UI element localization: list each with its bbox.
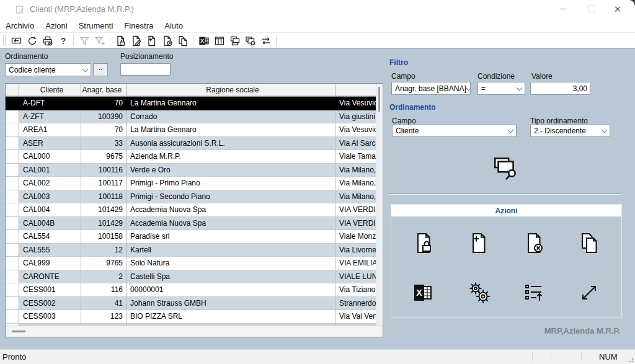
- doc-new-icon[interactable]: [144, 34, 159, 48]
- table-row[interactable]: A-DFT70La Martina GennaroVia Vesuvio: [6, 97, 376, 110]
- doc-copy-icon[interactable]: [175, 34, 190, 48]
- doc-edit-icon[interactable]: [128, 34, 144, 48]
- table-cell: La Martina Gennaro: [127, 97, 335, 110]
- table-cell: 100116: [81, 164, 127, 177]
- table-row[interactable]: CESS00241Johann Strauss GMBHStrannerdo: [6, 297, 376, 311]
- excel-export-icon[interactable]: X: [396, 268, 451, 317]
- app-window: Clienti (MRP,Azienda M.R.P.) ✕ Archivio …: [0, 0, 635, 364]
- table-cell: 00000001: [127, 283, 335, 297]
- table-cell: BIO PIZZA SRL: [127, 310, 335, 324]
- exit-icon[interactable]: [9, 34, 24, 48]
- doc-delete-icon[interactable]: [507, 218, 562, 268]
- expand-icon[interactable]: [561, 268, 616, 317]
- minimize-icon[interactable]: [551, 0, 575, 18]
- table-row[interactable]: AREA170La Martina GennaroVia Vesuvio: [6, 123, 376, 137]
- find-window-icon[interactable]: [242, 34, 258, 48]
- doc-delete-icon[interactable]: [159, 34, 175, 48]
- table-row[interactable]: CAL0009675Azienda M.R.P.Viale Tamag: [6, 150, 376, 164]
- menu-archivio[interactable]: Archivio: [0, 20, 40, 32]
- table-cell: Paradise srl: [127, 230, 335, 244]
- table-row[interactable]: A-ZFT100390CorradoVia giustini: [6, 110, 376, 124]
- hscroll-thumb[interactable]: [12, 331, 25, 332]
- customers-grid: ClienteAnagr. baseRagione sociale A-DFT7…: [5, 83, 383, 337]
- column-header[interactable]: [6, 84, 19, 96]
- windows-search-icon[interactable]: [489, 150, 522, 185]
- row-selector: [6, 230, 19, 244]
- swap-icon[interactable]: [258, 34, 273, 48]
- vertical-scrollbar[interactable]: [376, 84, 382, 326]
- row-selector: [6, 244, 19, 257]
- vscroll-thumb[interactable]: [378, 87, 380, 112]
- column-header-ragione-sociale[interactable]: Ragione sociale: [127, 84, 335, 96]
- table-row[interactable]: CAL554100158Paradise srlViale Monza: [6, 230, 376, 244]
- doc-lock-icon[interactable]: [396, 218, 451, 268]
- toolbar-gripper[interactable]: [3, 35, 6, 46]
- table-cell: 100118: [81, 190, 127, 204]
- row-selector: [6, 177, 19, 190]
- condizione-combo[interactable]: =: [477, 82, 525, 95]
- sort-list-icon[interactable]: [507, 268, 562, 317]
- table-row[interactable]: CAL004B101429Accademia Nuova SpaVIA VERD…: [6, 217, 376, 231]
- window-title: Clienti (MRP,Azienda M.R.P.): [30, 4, 134, 14]
- tipo-ordinamento-label: Tipo ordinamento: [530, 117, 588, 125]
- doc-new-icon[interactable]: [451, 218, 507, 268]
- table-row[interactable]: CAL003100118Primigi - Secondo PianoVia M…: [6, 190, 376, 204]
- table-row[interactable]: CAL9999765Solo NaturaVIA EMILIA: [6, 257, 376, 270]
- column-header-cliente[interactable]: Cliente: [19, 84, 81, 96]
- horizontal-scrollbar[interactable]: [6, 326, 383, 337]
- table-row[interactable]: CAL002100117Primigi - Primo PianoVia Mil…: [6, 177, 376, 190]
- filter-icon[interactable]: [76, 34, 92, 48]
- row-selector: [6, 123, 19, 137]
- table-cell: CARONTE: [19, 270, 81, 284]
- table-row[interactable]: CESS00111600000001Via Tiziano: [6, 283, 376, 297]
- table-cell: CESS002: [19, 297, 81, 311]
- table-cell: CAL004B: [19, 217, 81, 231]
- menu-azioni[interactable]: Azioni: [40, 20, 73, 32]
- ordinamento-combo[interactable]: Codice cliente: [5, 63, 91, 76]
- table-row[interactable]: CARONTE2Castelli SpaVIALE LUN: [6, 270, 376, 284]
- doc-lock-icon[interactable]: [113, 34, 128, 48]
- tipo-ordinamento-combo[interactable]: 2 - Discendente: [530, 125, 610, 137]
- menu-aiuto[interactable]: Aiuto: [159, 20, 189, 32]
- row-selector: [6, 257, 19, 270]
- chevron-down-icon: [517, 84, 523, 91]
- close-icon[interactable]: ✕: [605, 0, 630, 18]
- columns-icon[interactable]: [211, 34, 227, 48]
- print-icon[interactable]: [40, 34, 55, 48]
- table-row[interactable]: ASER33Ausonia assicurazioni S.R.L.Via Al…: [6, 137, 376, 151]
- row-selector: [6, 310, 19, 324]
- table-cell: CAL001: [19, 164, 81, 177]
- posizionamento-input[interactable]: [120, 63, 171, 76]
- filter-add-icon[interactable]: [92, 34, 107, 48]
- table-row[interactable]: CESS003123BIO PIZZA SRLVia Val Ven: [6, 310, 376, 324]
- menu-finestra[interactable]: Finestra: [118, 20, 159, 32]
- ord-campo-combo[interactable]: Cliente: [392, 125, 517, 137]
- posizionamento-label: Posizionamento: [120, 52, 173, 61]
- help-icon[interactable]: ?: [55, 34, 71, 48]
- table-cell: CAL002: [19, 177, 81, 190]
- table-cell: VIA EMILIA: [335, 257, 376, 270]
- table-cell: Via Milano,: [335, 164, 376, 177]
- column-header-anagr-base[interactable]: Anagr. base: [81, 84, 127, 96]
- browse-button[interactable]: ..: [93, 63, 108, 76]
- doc-copy-icon[interactable]: [561, 218, 616, 268]
- maximize-icon[interactable]: [579, 0, 604, 18]
- refresh-icon[interactable]: [24, 34, 40, 48]
- settings-gears-icon[interactable]: [451, 268, 507, 317]
- table-cell: Johann Strauss GMBH: [127, 297, 335, 311]
- azioni-title: Azioni: [391, 205, 621, 217]
- excel-icon[interactable]: X: [196, 34, 211, 48]
- table-cell: 70: [81, 123, 127, 137]
- table-row[interactable]: CAL004101429Accademia Nuova SpaVIA VERDI: [6, 203, 376, 217]
- resize-grip[interactable]: [627, 356, 633, 362]
- column-header[interactable]: [335, 84, 376, 96]
- print-windows-icon[interactable]: [227, 34, 242, 48]
- table-cell: Accademia Nuova Spa: [127, 203, 335, 217]
- table-row[interactable]: CAL55512KartellVia Livorne: [6, 244, 376, 257]
- table-row[interactable]: CAL001100116Verde e OroVia Milano,: [6, 164, 376, 177]
- valore-input[interactable]: [530, 82, 590, 95]
- menu-strumenti[interactable]: Strumenti: [73, 20, 119, 32]
- filtro-title: Filtro: [389, 58, 408, 67]
- table-cell: Strannerdo: [335, 297, 376, 311]
- filtro-campo-combo[interactable]: Anagr. base [BBANA]: [391, 82, 471, 95]
